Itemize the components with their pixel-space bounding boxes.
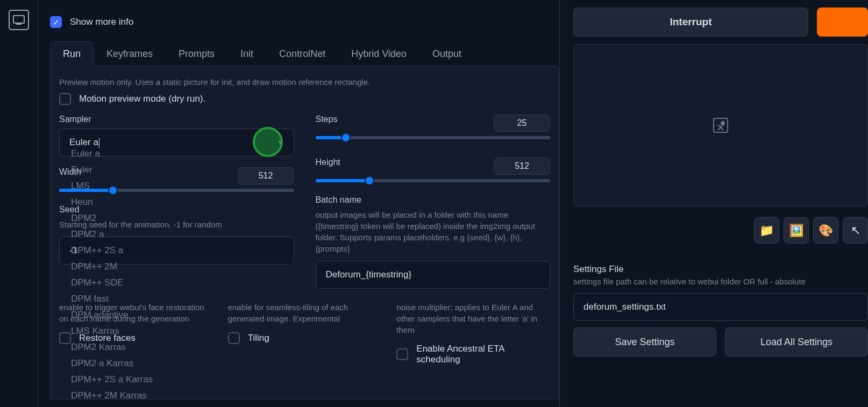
- open-image-button[interactable]: 🖼️: [784, 217, 809, 244]
- motion-preview-label: Motion preview mode (dry run).: [79, 94, 205, 104]
- sampler-option[interactable]: DPM++ 2S a: [59, 242, 294, 259]
- steps-slider[interactable]: [316, 136, 551, 139]
- sampler-label: Sampler: [59, 115, 294, 124]
- batch-input[interactable]: [316, 261, 551, 289]
- eta-label: Enable Ancestral ETA scheduling: [416, 344, 550, 365]
- steps-value[interactable]: 25: [494, 115, 550, 132]
- left-rail: [0, 0, 38, 407]
- tab-prompts[interactable]: Prompts: [166, 41, 227, 67]
- settings-file-label: Settings File: [573, 264, 868, 275]
- image-placeholder-icon: [713, 118, 728, 133]
- height-label: Height: [316, 158, 340, 167]
- svg-rect-1: [16, 24, 22, 25]
- image-preview-area: [573, 44, 868, 206]
- batch-hint: output images will be placed in a folder…: [316, 209, 551, 254]
- tabs: Run Keyframes Prompts Init ControlNet Hy…: [50, 41, 559, 67]
- right-panel: Interrupt 📁 🖼️ 🎨 ↖ Settings File setting…: [560, 0, 868, 407]
- settings-file-hint: settings file path can be relative to we…: [573, 277, 868, 286]
- batch-label: Batch name: [316, 195, 551, 205]
- open-folder-button[interactable]: 📁: [754, 217, 779, 244]
- show-more-info-label: Show more info: [70, 17, 133, 27]
- main-area: ✓ Show more info Run Keyframes Prompts I…: [38, 0, 868, 407]
- settings-file-input[interactable]: [573, 293, 868, 321]
- sampler-option[interactable]: DPM2: [59, 210, 294, 226]
- show-more-info-row: ✓ Show more info: [50, 16, 559, 28]
- sampler-option[interactable]: DPM++ 2M: [59, 259, 294, 275]
- sampler-option[interactable]: DPM++ 2M Karras: [59, 388, 294, 399]
- generate-button[interactable]: [817, 8, 868, 37]
- sampler-option[interactable]: DPM2 a: [59, 226, 294, 242]
- sampler-option[interactable]: DPM fast: [59, 291, 294, 307]
- height-slider[interactable]: [316, 179, 551, 182]
- output-icon-row: 📁 🖼️ 🎨 ↖: [573, 217, 868, 244]
- sampler-dropdown-popup: Euler a Euler LMS Heun DPM2 DPM2 a DPM++…: [59, 142, 294, 399]
- preview-hint: Preview motion only. Uses a static pictu…: [59, 77, 550, 87]
- tab-content: Preview motion only. Uses a static pictu…: [50, 66, 559, 399]
- motion-preview-checkbox[interactable]: [59, 93, 71, 105]
- sampler-option[interactable]: Euler a: [59, 146, 294, 162]
- center-panel: ✓ Show more info Run Keyframes Prompts I…: [38, 0, 560, 407]
- sampler-option[interactable]: DPM++ 2S a Karras: [59, 372, 294, 388]
- sampler-option[interactable]: LMS Karras: [59, 323, 294, 339]
- tab-run[interactable]: Run: [50, 41, 94, 67]
- tab-hybrid-video[interactable]: Hybrid Video: [338, 41, 419, 67]
- svg-rect-0: [13, 16, 24, 23]
- height-value[interactable]: 512: [494, 158, 550, 175]
- eta-checkbox[interactable]: [396, 348, 408, 360]
- save-settings-button[interactable]: Save Settings: [573, 327, 716, 356]
- palette-button[interactable]: 🎨: [813, 217, 838, 244]
- sampler-option[interactable]: LMS: [59, 178, 294, 194]
- show-more-info-checkbox[interactable]: ✓: [50, 16, 62, 28]
- load-settings-button[interactable]: Load All Settings: [725, 327, 868, 356]
- eta-hint: noise multiplier; applies to Euler A and…: [396, 302, 550, 335]
- tab-keyframes[interactable]: Keyframes: [94, 41, 166, 67]
- tab-controlnet[interactable]: ControlNet: [266, 41, 338, 67]
- sampler-option[interactable]: DPM2 Karras: [59, 339, 294, 355]
- sampler-option[interactable]: Heun: [59, 194, 294, 210]
- cursor-button[interactable]: ↖: [843, 217, 868, 244]
- sampler-option[interactable]: DPM++ SDE: [59, 275, 294, 291]
- app-icon[interactable]: [9, 10, 29, 30]
- tab-output[interactable]: Output: [419, 41, 474, 67]
- steps-label: Steps: [316, 115, 338, 124]
- sampler-option[interactable]: DPM2 a Karras: [59, 355, 294, 372]
- tab-init[interactable]: Init: [227, 41, 266, 67]
- sampler-option[interactable]: Euler: [59, 162, 294, 178]
- interrupt-button[interactable]: Interrupt: [573, 8, 808, 37]
- sampler-option[interactable]: DPM adaptive: [59, 307, 294, 323]
